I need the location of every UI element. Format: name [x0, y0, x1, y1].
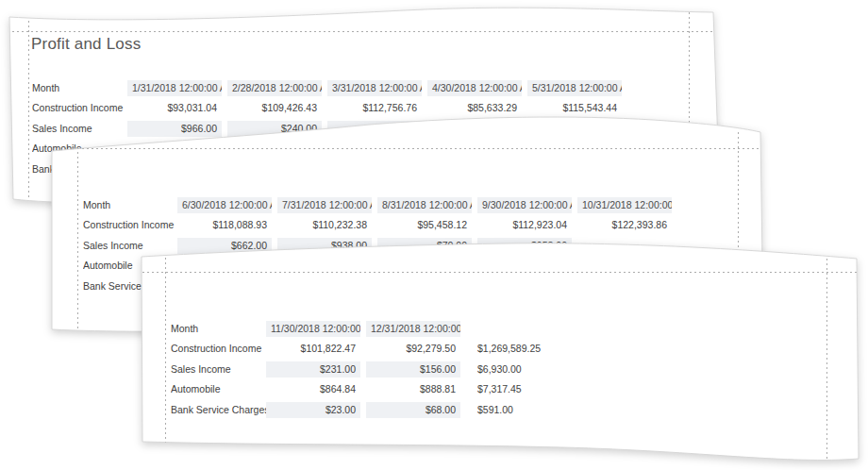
- table-row-construction-income: Construction Income $118,088.93 $110,232…: [49, 217, 764, 233]
- table-cell: $888.81: [366, 381, 460, 397]
- column-header: 2/28/2018 12:00:00 AM: [227, 80, 322, 96]
- row-label: Month: [32, 80, 128, 96]
- table-row-automobile: Automobile $864.84 $888.81 $7,317.45: [138, 381, 860, 397]
- column-header: 8/31/2018 12:00:00 AM: [377, 197, 472, 213]
- row-total: $6,930.00: [474, 361, 596, 378]
- column-header: 1/31/2018 12:00:00 AM: [127, 80, 222, 96]
- table-cell: $156.00: [366, 361, 460, 378]
- row-label: Automobile: [171, 381, 267, 397]
- table-cell: $23.00: [266, 402, 360, 418]
- page-content: Month 11/30/2018 12:00:00 A 12/31/2018 1…: [138, 242, 860, 468]
- row-label: Sales Income: [171, 361, 267, 378]
- table-row-month: Month 11/30/2018 12:00:00 A 12/31/2018 1…: [138, 321, 860, 337]
- table-cell: $95,458.12: [377, 217, 472, 233]
- table-cell: $864.84: [266, 381, 360, 397]
- table-row-construction-income: Construction Income $101,822.47 $92,279.…: [138, 341, 860, 357]
- row-total: $591.00: [474, 402, 596, 418]
- table-cell: $118,088.93: [177, 217, 272, 233]
- table-cell: $112,923.04: [477, 217, 572, 233]
- table-row-month: Month 1/31/2018 12:00:00 AM 2/28/2018 12…: [8, 80, 722, 96]
- row-label: Construction Income: [83, 217, 179, 233]
- report-preview: Profit and Loss Month 1/31/2018 12:00:00…: [0, 0, 868, 470]
- column-header: 5/31/2018 12:00:00 AM: [527, 80, 622, 96]
- table-cell: $122,393.86: [577, 217, 672, 233]
- report-page-3: Month 11/30/2018 12:00:00 A 12/31/2018 1…: [138, 242, 860, 468]
- column-header: 3/31/2018 12:00:00 AM: [327, 80, 422, 96]
- page-title: Profit and Loss: [31, 35, 141, 54]
- column-header: 10/31/2018 12:00:00 A: [577, 197, 672, 213]
- table-row-month: Month 6/30/2018 12:00:00 AM 7/31/2018 12…: [49, 197, 764, 213]
- row-total: $7,317.45: [474, 381, 596, 397]
- table-cell: $231.00: [266, 361, 360, 378]
- table-row-bank-service-charges: Bank Service Charges $23.00 $68.00 $591.…: [138, 402, 860, 418]
- column-header: 4/30/2018 12:00:00 AM: [427, 80, 522, 96]
- row-label: Month: [171, 321, 267, 337]
- row-total: $1,269,589.25: [474, 341, 596, 357]
- column-header: 6/30/2018 12:00:00 AM: [177, 197, 272, 213]
- column-header: 11/30/2018 12:00:00 A: [266, 321, 360, 337]
- column-header: 7/31/2018 12:00:00 AM: [277, 197, 372, 213]
- margin-guide-top: [49, 148, 764, 149]
- margin-guide-top: [8, 31, 722, 32]
- margin-guide-right: [826, 254, 827, 460]
- row-label: Bank Service Charges: [171, 402, 267, 418]
- table-cell: $92,279.50: [366, 341, 460, 357]
- column-header: 9/30/2018 12:00:00 AM: [477, 197, 572, 213]
- table-cell: $110,232.38: [277, 217, 372, 233]
- row-label: Construction Income: [171, 341, 267, 357]
- table-cell: $68.00: [366, 402, 460, 418]
- column-header: 12/31/2018 12:00:00 A: [366, 321, 460, 337]
- table-row-sales-income: Sales Income $231.00 $156.00 $6,930.00: [138, 361, 860, 378]
- row-label: Month: [83, 197, 179, 213]
- margin-guide-top: [138, 272, 860, 273]
- table-cell: $101,822.47: [266, 341, 360, 357]
